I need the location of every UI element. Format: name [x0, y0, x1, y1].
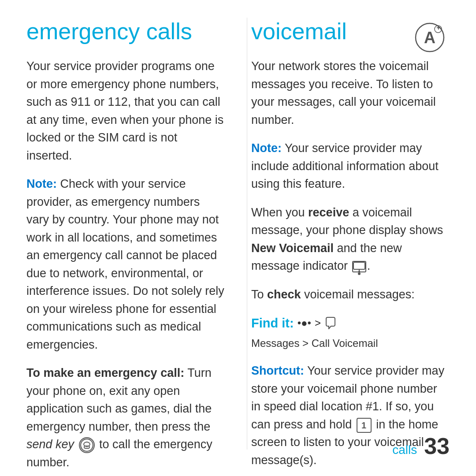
emergency-note1: Note: Check with your service provider, … [26, 175, 225, 353]
footer-calls-label: calls [392, 441, 417, 459]
make-call-label: To make an emergency call: [26, 366, 184, 379]
send-key-icon [79, 437, 95, 453]
note2-label: Note: [251, 141, 282, 155]
messages-icon [324, 317, 337, 329]
receive-prefix: When you [251, 206, 308, 219]
find-it-label: Find it: [251, 314, 294, 332]
emergency-make-call: To make an emergency call: Turn your pho… [26, 364, 225, 471]
send-key-label: send key [26, 438, 74, 451]
voicemail-note2: Note: Your service provider may include … [251, 139, 450, 193]
new-voicemail-bold: New Voicemail [251, 242, 334, 255]
nav-arrow-icon: •●• [298, 316, 311, 331]
voicemail-icon: A + [414, 22, 445, 53]
shortcut-label: Shortcut: [251, 364, 304, 377]
receive-bold: receive [308, 206, 349, 219]
find-it-line: Find it: •●• > Messages > Call Voicemail [251, 314, 450, 351]
svg-point-0 [81, 439, 93, 451]
column-divider [247, 18, 247, 450]
footer: calls 33 [392, 430, 450, 463]
svg-text:+: + [436, 24, 440, 31]
check-suffix: voicemail messages: [301, 288, 415, 301]
voicemail-receive: When you receive a voicemail message, yo… [251, 204, 450, 275]
emergency-para1: Your service provider programs one or mo… [26, 57, 225, 164]
footer-page-number: 33 [424, 430, 450, 463]
find-it-nav: Messages > Call Voicemail [251, 336, 378, 351]
svg-rect-7 [353, 262, 365, 269]
check-bold: check [267, 288, 301, 301]
num-key-icon: 1 [357, 418, 372, 433]
svg-rect-2 [84, 446, 89, 448]
emergency-calls-title: emergency calls [26, 18, 225, 45]
message-indicator-icon [352, 261, 366, 272]
svg-point-9 [358, 271, 360, 271]
page-container: emergency calls Your service provider pr… [0, 0, 476, 476]
voicemail-check: To check voicemail messages: [251, 286, 450, 304]
right-column: A + voicemail Your network stores the vo… [247, 18, 450, 450]
voicemail-para1: Your network stores the voicemail messag… [251, 57, 450, 129]
left-column: emergency calls Your service provider pr… [26, 18, 247, 450]
svg-text:A: A [424, 29, 435, 47]
greater-than-1: > [315, 316, 321, 331]
note1-label: Note: [26, 177, 57, 190]
check-prefix: To [251, 288, 267, 301]
note1-text: Check with your service provider, as eme… [26, 177, 224, 351]
